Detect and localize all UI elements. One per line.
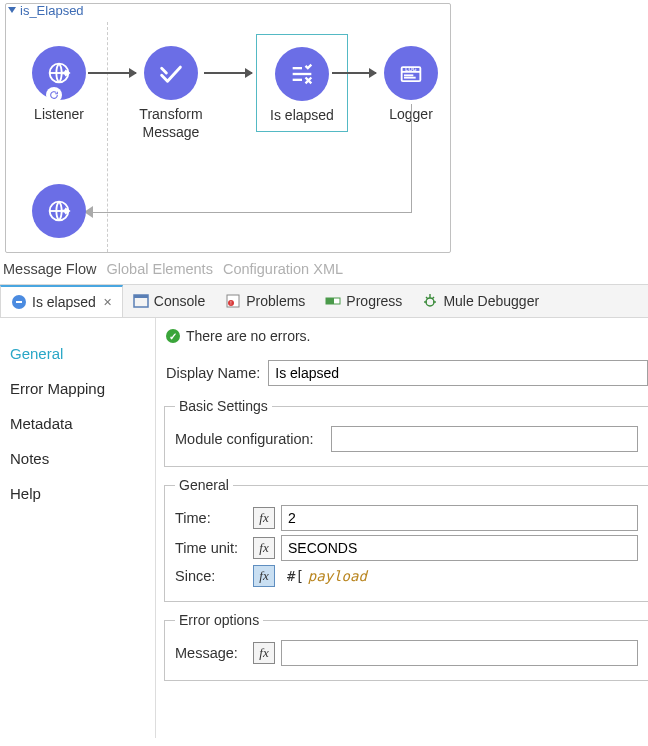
message-input[interactable]	[281, 640, 638, 666]
display-name-input[interactable]	[268, 360, 648, 386]
view-tab-label: Is elapsed	[32, 294, 96, 310]
sidebar-item-notes[interactable]: Notes	[0, 441, 155, 476]
connector-line	[411, 104, 412, 212]
since-prefix: #[	[287, 568, 304, 584]
fx-button[interactable]: fx	[253, 537, 275, 559]
svg-line-23	[426, 297, 428, 299]
properties-form: ✓ There are no errors. Display Name: Bas…	[156, 318, 648, 738]
flow-canvas: is_Elapsed Listener	[0, 0, 648, 284]
view-tab-is-elapsed[interactable]: Is elapsed ✕	[0, 285, 123, 317]
group-basic-settings: Basic Settings Module configuration:	[164, 398, 648, 467]
ok-icon: ✓	[166, 329, 180, 343]
view-tab-mule-debugger[interactable]: Mule Debugger	[412, 285, 549, 317]
svg-rect-13	[134, 295, 148, 298]
node-label: Is elapsed	[257, 107, 347, 125]
canvas-editor-tabs: Message Flow Global Elements Configurati…	[3, 259, 645, 281]
display-name-label: Display Name:	[166, 365, 260, 381]
console-icon	[133, 293, 149, 309]
svg-point-19	[426, 298, 434, 306]
since-label: Since:	[175, 568, 247, 584]
validation-icon	[275, 47, 329, 101]
sidebar-item-help[interactable]: Help	[0, 476, 155, 511]
node-label: Listener	[14, 106, 104, 124]
time-input[interactable]	[281, 505, 638, 531]
time-unit-label: Time unit:	[175, 540, 247, 556]
svg-text:LOG: LOG	[405, 66, 416, 72]
views-tabstrip: Is elapsed ✕ Console ! Problems Progress…	[0, 284, 648, 318]
http-listener-icon	[32, 46, 86, 100]
sidebar-item-general[interactable]: General	[0, 336, 155, 371]
status-text: There are no errors.	[186, 328, 311, 344]
group-general: General Time: fx Time unit: fx Since: fx…	[164, 477, 648, 602]
group-legend: Error options	[175, 612, 263, 628]
tab-global-elements[interactable]: Global Elements	[107, 261, 213, 277]
arrow-icon	[88, 72, 136, 74]
fx-button[interactable]: fx	[253, 642, 275, 664]
module-config-input[interactable]	[331, 426, 638, 452]
transform-icon	[144, 46, 198, 100]
debugger-icon	[422, 293, 438, 309]
svg-text:!: !	[231, 300, 232, 306]
flow-title[interactable]: is_Elapsed	[8, 3, 84, 18]
view-tab-progress[interactable]: Progress	[315, 285, 412, 317]
node-response[interactable]	[14, 184, 104, 238]
tab-message-flow[interactable]: Message Flow	[3, 261, 96, 277]
message-label: Message:	[175, 645, 247, 661]
group-legend: Basic Settings	[175, 398, 272, 414]
time-label: Time:	[175, 510, 247, 526]
node-is-elapsed[interactable]: Is elapsed	[256, 34, 348, 132]
status-row: ✓ There are no errors.	[164, 326, 648, 354]
tab-config-xml[interactable]: Configuration XML	[223, 261, 343, 277]
component-icon	[11, 294, 27, 310]
arrow-icon	[332, 72, 376, 74]
node-label: Transform Message	[126, 106, 216, 141]
arrow-icon	[204, 72, 252, 74]
since-value: payload	[308, 568, 367, 584]
properties-panel: General Error Mapping Metadata Notes Hel…	[0, 318, 648, 738]
svg-rect-18	[326, 298, 334, 304]
progress-icon	[325, 293, 341, 309]
fx-button[interactable]: fx	[253, 507, 275, 529]
problems-icon: !	[225, 293, 241, 309]
view-tab-label: Mule Debugger	[443, 293, 539, 309]
logger-icon: LOG	[384, 46, 438, 100]
view-tab-label: Console	[154, 293, 205, 309]
sidebar-item-error-mapping[interactable]: Error Mapping	[0, 371, 155, 406]
sidebar-item-metadata[interactable]: Metadata	[0, 406, 155, 441]
since-input[interactable]: #[ payload	[281, 565, 638, 587]
view-tab-label: Problems	[246, 293, 305, 309]
flow-container[interactable]: is_Elapsed Listener	[5, 3, 451, 253]
view-tab-console[interactable]: Console	[123, 285, 215, 317]
view-tab-label: Progress	[346, 293, 402, 309]
svg-line-24	[432, 297, 434, 299]
connector-line	[92, 212, 412, 213]
module-config-label: Module configuration:	[175, 431, 325, 447]
node-transform[interactable]: Transform Message	[126, 46, 216, 141]
group-error-options: Error options Message: fx	[164, 612, 648, 681]
properties-sidebar: General Error Mapping Metadata Notes Hel…	[0, 318, 156, 738]
time-unit-input[interactable]	[281, 535, 638, 561]
group-legend: General	[175, 477, 233, 493]
http-response-icon	[32, 184, 86, 238]
fx-button[interactable]: fx	[253, 565, 275, 587]
view-tab-problems[interactable]: ! Problems	[215, 285, 315, 317]
svg-rect-11	[16, 301, 22, 303]
node-listener[interactable]: Listener	[14, 46, 104, 124]
close-icon[interactable]: ✕	[103, 296, 112, 309]
refresh-badge-icon	[46, 87, 62, 103]
